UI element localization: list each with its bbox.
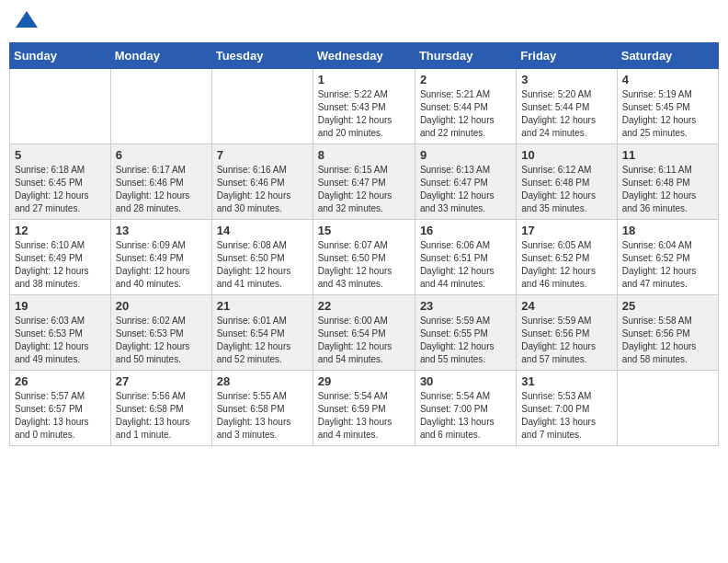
day-number: 3 <box>521 73 611 86</box>
day-number: 22 <box>318 299 410 313</box>
calendar-cell: 20Sunrise: 6:02 AM Sunset: 6:53 PM Dayli… <box>110 295 211 371</box>
calendar-table: SundayMondayTuesdayWednesdayThursdayFrid… <box>9 42 719 446</box>
day-number: 16 <box>420 224 511 237</box>
day-info: Sunrise: 6:00 AM Sunset: 6:54 PM Dayligh… <box>318 315 410 366</box>
calendar-cell: 17Sunrise: 6:05 AM Sunset: 6:52 PM Dayli… <box>517 220 617 295</box>
day-info: Sunrise: 5:57 AM Sunset: 6:57 PM Dayligh… <box>15 390 106 442</box>
calendar-cell: 3Sunrise: 5:20 AM Sunset: 5:44 PM Daylig… <box>517 69 617 144</box>
calendar-cell: 16Sunrise: 6:06 AM Sunset: 6:51 PM Dayli… <box>415 220 516 295</box>
day-number: 1 <box>318 73 410 86</box>
day-info: Sunrise: 6:06 AM Sunset: 6:51 PM Dayligh… <box>420 239 511 291</box>
calendar-cell: 8Sunrise: 6:15 AM Sunset: 6:47 PM Daylig… <box>313 144 415 220</box>
calendar-cell: 28Sunrise: 5:55 AM Sunset: 6:58 PM Dayli… <box>211 371 313 446</box>
svg-marker-0 <box>16 11 38 28</box>
calendar-cell: 30Sunrise: 5:54 AM Sunset: 7:00 PM Dayli… <box>415 371 516 446</box>
day-info: Sunrise: 6:12 AM Sunset: 6:48 PM Dayligh… <box>521 164 611 215</box>
calendar-cell: 21Sunrise: 6:01 AM Sunset: 6:54 PM Dayli… <box>211 295 313 371</box>
logo-icon <box>14 9 40 35</box>
calendar-cell <box>110 69 211 144</box>
day-number: 17 <box>521 224 611 237</box>
day-info: Sunrise: 6:08 AM Sunset: 6:50 PM Dayligh… <box>217 239 308 291</box>
day-info: Sunrise: 6:16 AM Sunset: 6:46 PM Dayligh… <box>217 164 308 215</box>
calendar-cell: 2Sunrise: 5:21 AM Sunset: 5:44 PM Daylig… <box>415 69 516 144</box>
weekday-header-wednesday: Wednesday <box>313 43 415 69</box>
day-number: 9 <box>420 148 511 162</box>
day-info: Sunrise: 6:01 AM Sunset: 6:54 PM Dayligh… <box>217 315 308 366</box>
weekday-header-sunday: Sunday <box>10 43 111 69</box>
day-info: Sunrise: 6:05 AM Sunset: 6:52 PM Dayligh… <box>521 239 611 291</box>
calendar-cell: 23Sunrise: 5:59 AM Sunset: 6:55 PM Dayli… <box>415 295 516 371</box>
week-row-4: 19Sunrise: 6:03 AM Sunset: 6:53 PM Dayli… <box>10 295 719 371</box>
week-row-5: 26Sunrise: 5:57 AM Sunset: 6:57 PM Dayli… <box>10 371 719 446</box>
day-info: Sunrise: 6:11 AM Sunset: 6:48 PM Dayligh… <box>622 164 713 215</box>
calendar-cell: 19Sunrise: 6:03 AM Sunset: 6:53 PM Dayli… <box>10 295 111 371</box>
day-info: Sunrise: 6:07 AM Sunset: 6:50 PM Dayligh… <box>318 239 410 291</box>
calendar-cell: 22Sunrise: 6:00 AM Sunset: 6:54 PM Dayli… <box>313 295 415 371</box>
day-info: Sunrise: 6:13 AM Sunset: 6:47 PM Dayligh… <box>420 164 511 215</box>
day-number: 8 <box>318 148 410 162</box>
calendar-cell: 13Sunrise: 6:09 AM Sunset: 6:49 PM Dayli… <box>110 220 211 295</box>
day-number: 29 <box>318 374 410 388</box>
day-number: 15 <box>318 224 410 237</box>
day-number: 14 <box>217 224 308 237</box>
day-info: Sunrise: 5:54 AM Sunset: 6:59 PM Dayligh… <box>318 390 410 442</box>
week-row-3: 12Sunrise: 6:10 AM Sunset: 6:49 PM Dayli… <box>10 220 719 295</box>
day-info: Sunrise: 6:10 AM Sunset: 6:49 PM Dayligh… <box>15 239 106 291</box>
day-number: 23 <box>420 299 511 313</box>
calendar-cell: 10Sunrise: 6:12 AM Sunset: 6:48 PM Dayli… <box>517 144 617 220</box>
calendar-cell: 31Sunrise: 5:53 AM Sunset: 7:00 PM Dayli… <box>517 371 617 446</box>
day-number: 25 <box>622 299 713 313</box>
day-number: 30 <box>420 374 511 388</box>
day-info: Sunrise: 5:55 AM Sunset: 6:58 PM Dayligh… <box>217 390 308 442</box>
calendar-cell <box>617 371 718 446</box>
calendar-cell: 18Sunrise: 6:04 AM Sunset: 6:52 PM Dayli… <box>617 220 718 295</box>
calendar-cell: 6Sunrise: 6:17 AM Sunset: 6:46 PM Daylig… <box>110 144 211 220</box>
day-info: Sunrise: 5:19 AM Sunset: 5:45 PM Dayligh… <box>622 88 713 140</box>
calendar-cell: 24Sunrise: 5:59 AM Sunset: 6:56 PM Dayli… <box>517 295 617 371</box>
logo <box>14 9 43 35</box>
calendar-cell: 27Sunrise: 5:56 AM Sunset: 6:58 PM Dayli… <box>110 371 211 446</box>
weekday-header-row: SundayMondayTuesdayWednesdayThursdayFrid… <box>10 43 719 69</box>
weekday-header-monday: Monday <box>110 43 211 69</box>
day-info: Sunrise: 6:02 AM Sunset: 6:53 PM Dayligh… <box>116 315 207 366</box>
calendar-cell: 26Sunrise: 5:57 AM Sunset: 6:57 PM Dayli… <box>10 371 111 446</box>
calendar-cell: 12Sunrise: 6:10 AM Sunset: 6:49 PM Dayli… <box>10 220 111 295</box>
day-number: 28 <box>217 374 308 388</box>
calendar-cell: 5Sunrise: 6:18 AM Sunset: 6:45 PM Daylig… <box>10 144 111 220</box>
calendar-cell: 15Sunrise: 6:07 AM Sunset: 6:50 PM Dayli… <box>313 220 415 295</box>
day-number: 2 <box>420 73 511 86</box>
weekday-header-thursday: Thursday <box>415 43 516 69</box>
day-number: 26 <box>15 374 106 388</box>
day-info: Sunrise: 6:18 AM Sunset: 6:45 PM Dayligh… <box>15 164 106 215</box>
day-number: 11 <box>622 148 713 162</box>
calendar-cell: 11Sunrise: 6:11 AM Sunset: 6:48 PM Dayli… <box>617 144 718 220</box>
calendar-cell: 14Sunrise: 6:08 AM Sunset: 6:50 PM Dayli… <box>211 220 313 295</box>
calendar-cell: 1Sunrise: 5:22 AM Sunset: 5:43 PM Daylig… <box>313 69 415 144</box>
day-info: Sunrise: 5:20 AM Sunset: 5:44 PM Dayligh… <box>521 88 611 140</box>
day-info: Sunrise: 5:54 AM Sunset: 7:00 PM Dayligh… <box>420 390 511 442</box>
day-number: 19 <box>15 299 106 313</box>
calendar-cell <box>10 69 111 144</box>
day-info: Sunrise: 5:56 AM Sunset: 6:58 PM Dayligh… <box>116 390 207 442</box>
page-header <box>9 9 719 35</box>
day-info: Sunrise: 5:53 AM Sunset: 7:00 PM Dayligh… <box>521 390 611 442</box>
calendar-cell <box>211 69 313 144</box>
day-info: Sunrise: 5:21 AM Sunset: 5:44 PM Dayligh… <box>420 88 511 140</box>
day-info: Sunrise: 6:15 AM Sunset: 6:47 PM Dayligh… <box>318 164 410 215</box>
week-row-2: 5Sunrise: 6:18 AM Sunset: 6:45 PM Daylig… <box>10 144 719 220</box>
day-number: 13 <box>116 224 207 237</box>
day-number: 20 <box>116 299 207 313</box>
day-number: 10 <box>521 148 611 162</box>
weekday-header-saturday: Saturday <box>617 43 718 69</box>
day-number: 27 <box>116 374 207 388</box>
calendar-cell: 4Sunrise: 5:19 AM Sunset: 5:45 PM Daylig… <box>617 69 718 144</box>
day-number: 24 <box>521 299 611 313</box>
day-number: 31 <box>521 374 611 388</box>
day-number: 7 <box>217 148 308 162</box>
day-info: Sunrise: 5:58 AM Sunset: 6:56 PM Dayligh… <box>622 315 713 366</box>
day-info: Sunrise: 6:09 AM Sunset: 6:49 PM Dayligh… <box>116 239 207 291</box>
day-number: 12 <box>15 224 106 237</box>
day-info: Sunrise: 6:17 AM Sunset: 6:46 PM Dayligh… <box>116 164 207 215</box>
week-row-1: 1Sunrise: 5:22 AM Sunset: 5:43 PM Daylig… <box>10 69 719 144</box>
day-info: Sunrise: 5:59 AM Sunset: 6:56 PM Dayligh… <box>521 315 611 366</box>
